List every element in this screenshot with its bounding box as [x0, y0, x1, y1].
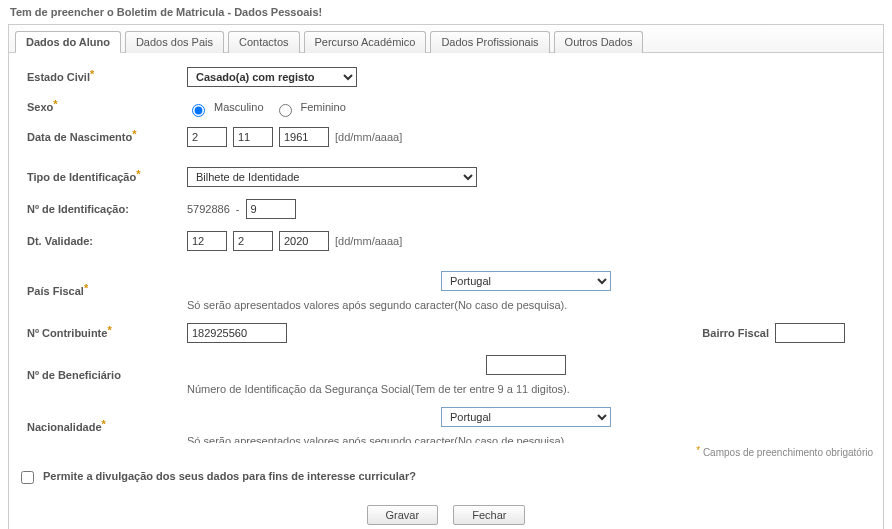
nascimento-ano-input[interactable]	[279, 127, 329, 147]
fechar-button[interactable]: Fechar	[453, 505, 525, 525]
sexo-masculino-label: Masculino	[214, 101, 264, 113]
divulgacao-checkbox[interactable]	[21, 471, 34, 484]
label-n-contribuinte: Nº Contribuinte*	[27, 327, 187, 339]
label-dt-validade: Dt. Validade:	[27, 235, 187, 247]
required-mark-icon: *	[90, 68, 94, 80]
sexo-feminino-label: Feminino	[301, 101, 346, 113]
gravar-button[interactable]: Gravar	[367, 505, 439, 525]
label-data-nascimento: Data de Nascimento*	[27, 131, 187, 143]
tab-profissionais[interactable]: Dados Profissionais	[430, 31, 549, 53]
required-mark-icon: *	[102, 418, 106, 430]
button-bar: Gravar Fechar	[9, 495, 883, 529]
n-identificacao-digit-input[interactable]	[246, 199, 296, 219]
n-beneficiario-input[interactable]	[486, 355, 566, 375]
required-mark-icon: *	[132, 128, 136, 140]
sexo-feminino-radio[interactable]	[279, 104, 292, 117]
nascimento-mes-input[interactable]	[233, 127, 273, 147]
label-sexo: Sexo*	[27, 101, 187, 113]
tab-bar: Dados do Aluno Dados dos Pais Contactos …	[9, 25, 883, 53]
form-panel: Dados do Aluno Dados dos Pais Contactos …	[8, 24, 884, 529]
validade-ano-input[interactable]	[279, 231, 329, 251]
tab-dados-aluno[interactable]: Dados do Aluno	[15, 31, 121, 53]
date-format-hint: [dd/mm/aaaa]	[335, 235, 402, 247]
validade-dia-input[interactable]	[187, 231, 227, 251]
pais-fiscal-hint: Só serão apresentados valores após segun…	[187, 299, 865, 311]
nacionalidade-select[interactable]: Portugal	[441, 407, 611, 427]
required-fields-note: * Campos de preenchimento obrigatório	[9, 443, 883, 460]
label-bairro-fiscal: Bairro Fiscal	[702, 327, 769, 339]
required-mark-icon: *	[136, 168, 140, 180]
n-identificacao-value: 5792886	[187, 203, 230, 215]
required-mark-icon: *	[84, 282, 88, 294]
bairro-fiscal-input[interactable]	[775, 323, 845, 343]
n-contribuinte-input[interactable]	[187, 323, 287, 343]
nascimento-dia-input[interactable]	[187, 127, 227, 147]
pais-fiscal-select[interactable]: Portugal	[441, 271, 611, 291]
tipo-identificacao-select[interactable]: Bilhete de Identidade	[187, 167, 477, 187]
validade-mes-input[interactable]	[233, 231, 273, 251]
label-n-identificacao: Nº de Identificação:	[27, 203, 187, 215]
tab-dados-pais[interactable]: Dados dos Pais	[125, 31, 224, 53]
label-pais-fiscal: País Fiscal*	[27, 285, 187, 297]
label-tipo-identificacao: Tipo de Identificação*	[27, 171, 187, 183]
label-estado-civil: Estado Civil*	[27, 71, 187, 83]
sexo-masculino-radio[interactable]	[192, 104, 205, 117]
page-title: Tem de preencher o Boletim de Matricula …	[8, 4, 884, 24]
tab-contactos[interactable]: Contactos	[228, 31, 300, 53]
divulgacao-label: Permite a divulgação dos seus dados para…	[43, 470, 416, 482]
label-n-beneficiario: Nº de Beneficiário	[27, 369, 187, 381]
form-scroll-area[interactable]: Estado Civil* Casado(a) com registo Sexo…	[9, 53, 883, 443]
estado-civil-select[interactable]: Casado(a) com registo	[187, 67, 357, 87]
n-beneficiario-hint: Número de Identificação da Segurança Soc…	[187, 383, 865, 395]
tab-percurso[interactable]: Percurso Académico	[304, 31, 427, 53]
required-mark-icon: *	[53, 98, 57, 110]
required-mark-icon: *	[107, 324, 111, 336]
nacionalidade-hint: Só serão apresentados valores após segun…	[187, 435, 865, 443]
date-format-hint: [dd/mm/aaaa]	[335, 131, 402, 143]
tab-outros[interactable]: Outros Dados	[554, 31, 644, 53]
label-nacionalidade: Nacionalidade*	[27, 421, 187, 433]
